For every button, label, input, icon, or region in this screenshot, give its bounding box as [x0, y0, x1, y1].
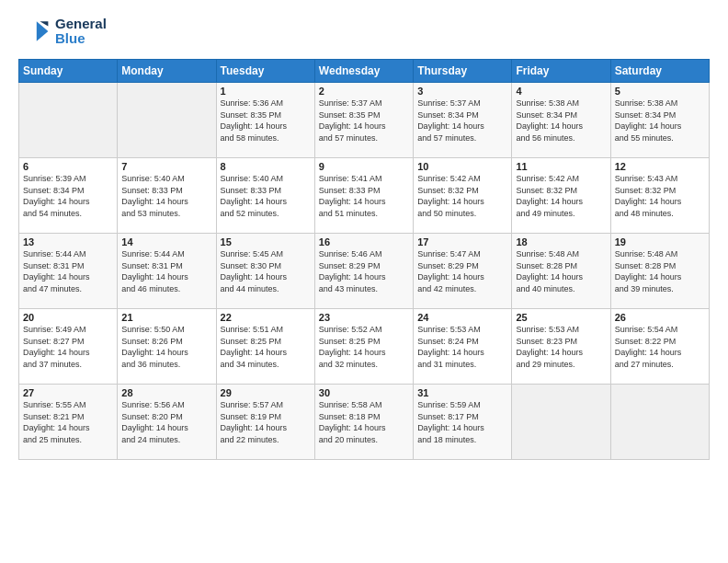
day-info: Sunrise: 5:37 AM Sunset: 8:34 PM Dayligh…: [417, 98, 507, 144]
day-cell: 3Sunrise: 5:37 AM Sunset: 8:34 PM Daylig…: [414, 83, 512, 158]
day-cell: [512, 385, 610, 460]
logo-text: General Blue: [55, 17, 107, 47]
day-number: 6: [23, 161, 113, 172]
day-number: 10: [417, 161, 507, 172]
day-info: Sunrise: 5:59 AM Sunset: 8:17 PM Dayligh…: [417, 399, 507, 445]
day-number: 5: [615, 86, 705, 97]
day-info: Sunrise: 5:46 AM Sunset: 8:29 PM Dayligh…: [319, 248, 409, 294]
day-info: Sunrise: 5:54 AM Sunset: 8:22 PM Dayligh…: [615, 324, 705, 370]
weekday-wednesday: Wednesday: [314, 60, 413, 83]
day-number: 28: [121, 387, 211, 398]
day-info: Sunrise: 5:50 AM Sunset: 8:26 PM Dayligh…: [121, 324, 211, 370]
day-number: 21: [121, 312, 211, 323]
day-info: Sunrise: 5:56 AM Sunset: 8:20 PM Dayligh…: [121, 399, 211, 445]
day-info: Sunrise: 5:55 AM Sunset: 8:21 PM Dayligh…: [23, 399, 113, 445]
weekday-header-row: SundayMondayTuesdayWednesdayThursdayFrid…: [19, 60, 710, 83]
day-number: 20: [23, 312, 113, 323]
week-row-3: 13Sunrise: 5:44 AM Sunset: 8:31 PM Dayli…: [19, 234, 710, 309]
day-cell: 18Sunrise: 5:48 AM Sunset: 8:28 PM Dayli…: [512, 234, 610, 309]
week-row-1: 1Sunrise: 5:36 AM Sunset: 8:35 PM Daylig…: [19, 83, 710, 158]
header: General Blue: [18, 15, 710, 48]
day-cell: 20Sunrise: 5:49 AM Sunset: 8:27 PM Dayli…: [19, 309, 118, 385]
day-number: 24: [417, 312, 507, 323]
day-cell: 7Sunrise: 5:40 AM Sunset: 8:33 PM Daylig…: [118, 158, 216, 234]
day-number: 8: [221, 161, 311, 172]
day-number: 16: [319, 236, 409, 247]
day-info: Sunrise: 5:41 AM Sunset: 8:33 PM Dayligh…: [319, 173, 409, 219]
day-number: 22: [221, 312, 311, 323]
calendar-table: SundayMondayTuesdayWednesdayThursdayFrid…: [18, 59, 710, 460]
day-number: 4: [516, 86, 606, 97]
day-cell: 4Sunrise: 5:38 AM Sunset: 8:34 PM Daylig…: [512, 83, 610, 158]
day-number: 23: [319, 312, 409, 323]
day-cell: 31Sunrise: 5:59 AM Sunset: 8:17 PM Dayli…: [414, 385, 512, 460]
day-info: Sunrise: 5:51 AM Sunset: 8:25 PM Dayligh…: [221, 324, 311, 370]
day-cell: [118, 83, 216, 158]
weekday-friday: Friday: [512, 60, 610, 83]
day-info: Sunrise: 5:40 AM Sunset: 8:33 PM Dayligh…: [221, 173, 311, 219]
weekday-monday: Monday: [118, 60, 216, 83]
day-number: 7: [121, 161, 211, 172]
logo: General Blue: [18, 15, 107, 48]
day-cell: 23Sunrise: 5:52 AM Sunset: 8:25 PM Dayli…: [314, 309, 413, 385]
day-cell: 2Sunrise: 5:37 AM Sunset: 8:35 PM Daylig…: [314, 83, 413, 158]
page: General Blue SundayMondayTuesdayWednesda…: [0, 0, 728, 563]
day-number: 15: [221, 236, 311, 247]
day-number: 2: [319, 86, 409, 97]
day-info: Sunrise: 5:37 AM Sunset: 8:35 PM Dayligh…: [319, 98, 409, 144]
day-number: 3: [417, 86, 507, 97]
day-cell: 15Sunrise: 5:45 AM Sunset: 8:30 PM Dayli…: [216, 234, 314, 309]
day-info: Sunrise: 5:38 AM Sunset: 8:34 PM Dayligh…: [615, 98, 705, 144]
day-info: Sunrise: 5:42 AM Sunset: 8:32 PM Dayligh…: [516, 173, 606, 219]
day-cell: 24Sunrise: 5:53 AM Sunset: 8:24 PM Dayli…: [414, 309, 512, 385]
day-cell: [610, 385, 709, 460]
day-number: 27: [23, 387, 113, 398]
day-cell: 8Sunrise: 5:40 AM Sunset: 8:33 PM Daylig…: [216, 158, 314, 234]
day-cell: [19, 83, 118, 158]
day-info: Sunrise: 5:40 AM Sunset: 8:33 PM Dayligh…: [121, 173, 211, 219]
day-number: 1: [221, 86, 311, 97]
day-info: Sunrise: 5:52 AM Sunset: 8:25 PM Dayligh…: [319, 324, 409, 370]
week-row-2: 6Sunrise: 5:39 AM Sunset: 8:34 PM Daylig…: [19, 158, 710, 234]
day-cell: 13Sunrise: 5:44 AM Sunset: 8:31 PM Dayli…: [19, 234, 118, 309]
day-cell: 6Sunrise: 5:39 AM Sunset: 8:34 PM Daylig…: [19, 158, 118, 234]
day-number: 9: [319, 161, 409, 172]
day-number: 14: [121, 236, 211, 247]
weekday-sunday: Sunday: [19, 60, 118, 83]
day-cell: 14Sunrise: 5:44 AM Sunset: 8:31 PM Dayli…: [118, 234, 216, 309]
week-row-4: 20Sunrise: 5:49 AM Sunset: 8:27 PM Dayli…: [19, 309, 710, 385]
day-info: Sunrise: 5:58 AM Sunset: 8:18 PM Dayligh…: [319, 399, 409, 445]
day-cell: 28Sunrise: 5:56 AM Sunset: 8:20 PM Dayli…: [118, 385, 216, 460]
day-info: Sunrise: 5:36 AM Sunset: 8:35 PM Dayligh…: [221, 98, 311, 144]
day-cell: 1Sunrise: 5:36 AM Sunset: 8:35 PM Daylig…: [216, 83, 314, 158]
day-info: Sunrise: 5:44 AM Sunset: 8:31 PM Dayligh…: [121, 248, 211, 294]
day-cell: 22Sunrise: 5:51 AM Sunset: 8:25 PM Dayli…: [216, 309, 314, 385]
day-cell: 30Sunrise: 5:58 AM Sunset: 8:18 PM Dayli…: [314, 385, 413, 460]
day-cell: 25Sunrise: 5:53 AM Sunset: 8:23 PM Dayli…: [512, 309, 610, 385]
day-cell: 17Sunrise: 5:47 AM Sunset: 8:29 PM Dayli…: [414, 234, 512, 309]
day-number: 29: [221, 387, 311, 398]
day-number: 25: [516, 312, 606, 323]
day-info: Sunrise: 5:49 AM Sunset: 8:27 PM Dayligh…: [23, 324, 113, 370]
day-cell: 12Sunrise: 5:43 AM Sunset: 8:32 PM Dayli…: [610, 158, 709, 234]
day-info: Sunrise: 5:39 AM Sunset: 8:34 PM Dayligh…: [23, 173, 113, 219]
day-cell: 5Sunrise: 5:38 AM Sunset: 8:34 PM Daylig…: [610, 83, 709, 158]
day-cell: 16Sunrise: 5:46 AM Sunset: 8:29 PM Dayli…: [314, 234, 413, 309]
day-cell: 26Sunrise: 5:54 AM Sunset: 8:22 PM Dayli…: [610, 309, 709, 385]
day-number: 26: [615, 312, 705, 323]
day-number: 12: [615, 161, 705, 172]
day-info: Sunrise: 5:44 AM Sunset: 8:31 PM Dayligh…: [23, 248, 113, 294]
logo-icon: [18, 15, 51, 48]
week-row-5: 27Sunrise: 5:55 AM Sunset: 8:21 PM Dayli…: [19, 385, 710, 460]
day-cell: 9Sunrise: 5:41 AM Sunset: 8:33 PM Daylig…: [314, 158, 413, 234]
day-cell: 10Sunrise: 5:42 AM Sunset: 8:32 PM Dayli…: [414, 158, 512, 234]
day-info: Sunrise: 5:53 AM Sunset: 8:23 PM Dayligh…: [516, 324, 606, 370]
weekday-thursday: Thursday: [414, 60, 512, 83]
weekday-saturday: Saturday: [610, 60, 709, 83]
day-info: Sunrise: 5:47 AM Sunset: 8:29 PM Dayligh…: [417, 248, 507, 294]
day-info: Sunrise: 5:42 AM Sunset: 8:32 PM Dayligh…: [417, 173, 507, 219]
day-info: Sunrise: 5:53 AM Sunset: 8:24 PM Dayligh…: [417, 324, 507, 370]
day-info: Sunrise: 5:48 AM Sunset: 8:28 PM Dayligh…: [516, 248, 606, 294]
day-cell: 21Sunrise: 5:50 AM Sunset: 8:26 PM Dayli…: [118, 309, 216, 385]
day-cell: 19Sunrise: 5:48 AM Sunset: 8:28 PM Dayli…: [610, 234, 709, 309]
